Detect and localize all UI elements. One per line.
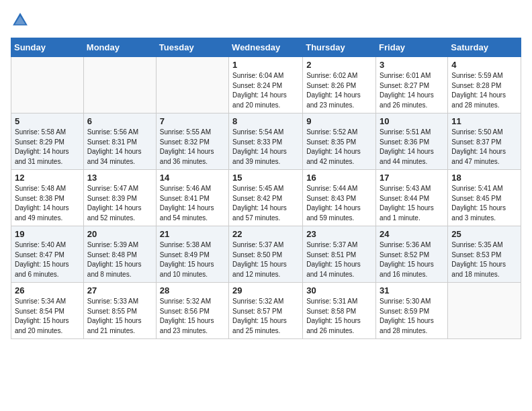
- day-info: Sunrise: 5:58 AM Sunset: 8:29 PM Dayligh…: [15, 128, 80, 167]
- calendar-cell: 20Sunrise: 5:39 AM Sunset: 8:48 PM Dayli…: [83, 226, 156, 283]
- calendar-cell: 30Sunrise: 5:31 AM Sunset: 8:58 PM Dayli…: [303, 283, 376, 339]
- day-info: Sunrise: 5:30 AM Sunset: 8:59 PM Dayligh…: [380, 297, 444, 336]
- calendar-cell: 17Sunrise: 5:43 AM Sunset: 8:44 PM Dayli…: [376, 170, 448, 226]
- calendar-cell: [11, 57, 84, 113]
- day-number: 26: [15, 285, 80, 295]
- day-number: 6: [87, 116, 152, 126]
- calendar-cell: 14Sunrise: 5:46 AM Sunset: 8:41 PM Dayli…: [156, 170, 228, 226]
- day-info: Sunrise: 5:33 AM Sunset: 8:55 PM Dayligh…: [87, 297, 152, 336]
- day-number: 9: [306, 116, 372, 126]
- day-number: 2: [306, 60, 372, 70]
- day-number: 31: [380, 285, 444, 295]
- calendar-cell: 26Sunrise: 5:34 AM Sunset: 8:54 PM Dayli…: [11, 283, 84, 339]
- calendar-cell: 27Sunrise: 5:33 AM Sunset: 8:55 PM Dayli…: [83, 283, 156, 339]
- day-info: Sunrise: 5:37 AM Sunset: 8:50 PM Dayligh…: [232, 240, 299, 279]
- day-info: Sunrise: 5:43 AM Sunset: 8:44 PM Dayligh…: [380, 184, 444, 223]
- day-info: Sunrise: 5:56 AM Sunset: 8:31 PM Dayligh…: [87, 128, 152, 167]
- calendar-cell: 1Sunrise: 6:04 AM Sunset: 8:24 PM Daylig…: [229, 57, 303, 113]
- day-number: 21: [160, 229, 225, 239]
- day-number: 17: [380, 173, 444, 183]
- calendar-cell: 24Sunrise: 5:36 AM Sunset: 8:52 PM Dayli…: [376, 226, 448, 283]
- calendar-cell: 8Sunrise: 5:54 AM Sunset: 8:33 PM Daylig…: [229, 113, 303, 170]
- day-number: 4: [451, 60, 517, 70]
- calendar-cell: 9Sunrise: 5:52 AM Sunset: 8:35 PM Daylig…: [303, 113, 376, 170]
- day-number: 8: [232, 116, 299, 126]
- day-number: 19: [15, 229, 80, 239]
- calendar-header-sunday: Sunday: [11, 38, 84, 57]
- calendar-week-row: 1Sunrise: 6:04 AM Sunset: 8:24 PM Daylig…: [11, 57, 521, 113]
- day-number: 18: [451, 173, 517, 183]
- day-info: Sunrise: 5:59 AM Sunset: 8:28 PM Dayligh…: [451, 71, 517, 110]
- calendar-header-thursday: Thursday: [303, 38, 376, 57]
- calendar-cell: 15Sunrise: 5:45 AM Sunset: 8:42 PM Dayli…: [229, 170, 303, 226]
- day-info: Sunrise: 5:36 AM Sunset: 8:52 PM Dayligh…: [380, 240, 444, 279]
- calendar-cell: 23Sunrise: 5:37 AM Sunset: 8:51 PM Dayli…: [303, 226, 376, 283]
- calendar-cell: 13Sunrise: 5:47 AM Sunset: 8:39 PM Dayli…: [83, 170, 156, 226]
- calendar-cell: 10Sunrise: 5:51 AM Sunset: 8:36 PM Dayli…: [376, 113, 448, 170]
- calendar-header-tuesday: Tuesday: [156, 38, 228, 57]
- calendar-week-row: 26Sunrise: 5:34 AM Sunset: 8:54 PM Dayli…: [11, 283, 521, 339]
- day-number: 13: [87, 173, 152, 183]
- day-info: Sunrise: 5:37 AM Sunset: 8:51 PM Dayligh…: [306, 240, 372, 279]
- calendar-cell: 21Sunrise: 5:38 AM Sunset: 8:49 PM Dayli…: [156, 226, 228, 283]
- day-info: Sunrise: 5:54 AM Sunset: 8:33 PM Dayligh…: [232, 128, 299, 167]
- day-info: Sunrise: 5:39 AM Sunset: 8:48 PM Dayligh…: [87, 240, 152, 279]
- day-number: 24: [380, 229, 444, 239]
- day-info: Sunrise: 5:38 AM Sunset: 8:49 PM Dayligh…: [160, 240, 225, 279]
- calendar-cell: 16Sunrise: 5:44 AM Sunset: 8:43 PM Dayli…: [303, 170, 376, 226]
- calendar: SundayMondayTuesdayWednesdayThursdayFrid…: [11, 38, 521, 339]
- calendar-cell: [156, 57, 228, 113]
- calendar-cell: 5Sunrise: 5:58 AM Sunset: 8:29 PM Daylig…: [11, 113, 84, 170]
- day-info: Sunrise: 5:51 AM Sunset: 8:36 PM Dayligh…: [380, 128, 444, 167]
- day-info: Sunrise: 5:50 AM Sunset: 8:37 PM Dayligh…: [451, 128, 517, 167]
- calendar-week-row: 19Sunrise: 5:40 AM Sunset: 8:47 PM Dayli…: [11, 226, 521, 283]
- calendar-cell: [448, 283, 521, 339]
- day-info: Sunrise: 5:55 AM Sunset: 8:32 PM Dayligh…: [160, 128, 225, 167]
- day-number: 28: [160, 285, 225, 295]
- calendar-cell: 25Sunrise: 5:35 AM Sunset: 8:53 PM Dayli…: [448, 226, 521, 283]
- day-number: 5: [15, 116, 80, 126]
- day-number: 10: [380, 116, 444, 126]
- day-number: 14: [160, 173, 225, 183]
- day-number: 15: [232, 173, 299, 183]
- day-info: Sunrise: 6:04 AM Sunset: 8:24 PM Dayligh…: [232, 71, 299, 110]
- logo-icon: [11, 11, 30, 30]
- calendar-week-row: 12Sunrise: 5:48 AM Sunset: 8:38 PM Dayli…: [11, 170, 521, 226]
- calendar-header-row: SundayMondayTuesdayWednesdayThursdayFrid…: [11, 38, 521, 57]
- calendar-header-friday: Friday: [376, 38, 448, 57]
- day-info: Sunrise: 5:45 AM Sunset: 8:42 PM Dayligh…: [232, 184, 299, 223]
- day-number: 29: [232, 285, 299, 295]
- day-number: 22: [232, 229, 299, 239]
- calendar-cell: 12Sunrise: 5:48 AM Sunset: 8:38 PM Dayli…: [11, 170, 84, 226]
- day-info: Sunrise: 5:41 AM Sunset: 8:45 PM Dayligh…: [451, 184, 517, 223]
- day-info: Sunrise: 5:48 AM Sunset: 8:38 PM Dayligh…: [15, 184, 80, 223]
- day-info: Sunrise: 5:46 AM Sunset: 8:41 PM Dayligh…: [160, 184, 225, 223]
- day-number: 1: [232, 60, 299, 70]
- day-number: 25: [451, 229, 517, 239]
- day-info: Sunrise: 5:34 AM Sunset: 8:54 PM Dayligh…: [15, 297, 80, 336]
- day-info: Sunrise: 5:40 AM Sunset: 8:47 PM Dayligh…: [15, 240, 80, 279]
- calendar-cell: 28Sunrise: 5:32 AM Sunset: 8:56 PM Dayli…: [156, 283, 228, 339]
- calendar-cell: 11Sunrise: 5:50 AM Sunset: 8:37 PM Dayli…: [448, 113, 521, 170]
- day-number: 12: [15, 173, 80, 183]
- calendar-week-row: 5Sunrise: 5:58 AM Sunset: 8:29 PM Daylig…: [11, 113, 521, 170]
- day-info: Sunrise: 5:35 AM Sunset: 8:53 PM Dayligh…: [451, 240, 517, 279]
- calendar-cell: 2Sunrise: 6:02 AM Sunset: 8:26 PM Daylig…: [303, 57, 376, 113]
- day-number: 20: [87, 229, 152, 239]
- day-number: 16: [306, 173, 372, 183]
- day-number: 23: [306, 229, 372, 239]
- page-header: [11, 11, 521, 30]
- calendar-cell: 19Sunrise: 5:40 AM Sunset: 8:47 PM Dayli…: [11, 226, 84, 283]
- calendar-cell: 22Sunrise: 5:37 AM Sunset: 8:50 PM Dayli…: [229, 226, 303, 283]
- day-info: Sunrise: 5:32 AM Sunset: 8:56 PM Dayligh…: [160, 297, 225, 336]
- calendar-cell: [83, 57, 156, 113]
- day-info: Sunrise: 5:31 AM Sunset: 8:58 PM Dayligh…: [306, 297, 372, 336]
- calendar-cell: 6Sunrise: 5:56 AM Sunset: 8:31 PM Daylig…: [83, 113, 156, 170]
- calendar-cell: 4Sunrise: 5:59 AM Sunset: 8:28 PM Daylig…: [448, 57, 521, 113]
- calendar-cell: 31Sunrise: 5:30 AM Sunset: 8:59 PM Dayli…: [376, 283, 448, 339]
- day-info: Sunrise: 5:32 AM Sunset: 8:57 PM Dayligh…: [232, 297, 299, 336]
- calendar-cell: 18Sunrise: 5:41 AM Sunset: 8:45 PM Dayli…: [448, 170, 521, 226]
- day-number: 7: [160, 116, 225, 126]
- calendar-header-monday: Monday: [83, 38, 156, 57]
- calendar-header-wednesday: Wednesday: [229, 38, 303, 57]
